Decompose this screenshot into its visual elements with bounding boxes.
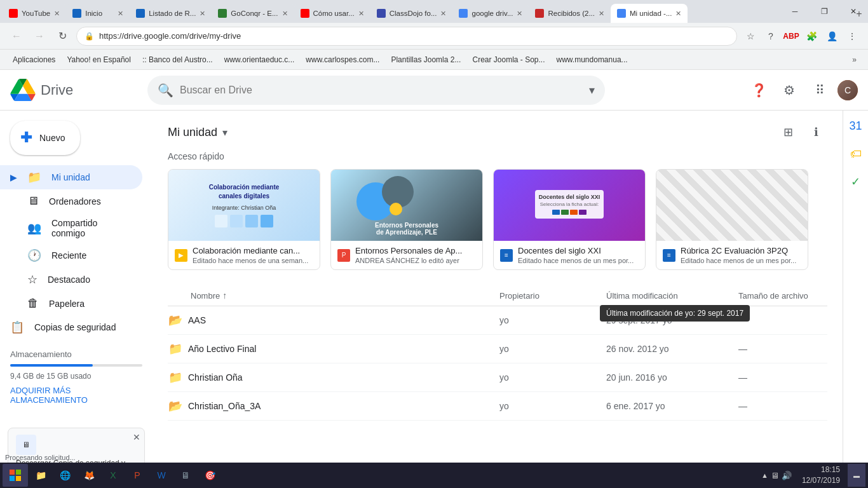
address-bar[interactable]: 🔒 https://drive.google.com/drive/my-driv… [76,27,737,46]
card-name-collab: Colaboración mediante can... [193,246,313,255]
settings-icon-btn[interactable]: ⚙ [776,78,802,103]
storage-text: 9,4 GB de 15 GB usado [10,372,142,381]
taskbar-app-folder2[interactable]: 🖥 [174,464,197,486]
user-avatar[interactable]: C [837,80,858,100]
quick-card-rubrica[interactable]: ≡ Rúbrica 2C Evaluación 3P2Q Editado hac… [656,169,808,270]
file-name-2: Christian Oña [188,372,494,383]
main-title-dropdown[interactable]: ▾ [222,126,227,139]
card-info-docentes: ≡ Docentes del siglo XXI Editado hace me… [494,241,645,269]
info-button[interactable]: ℹ [804,121,827,144]
bookmark-item-0[interactable]: Aplicaciones [8,53,60,66]
menu-icon[interactable]: ⋮ [844,28,860,44]
tab-como[interactable]: Cómo usar... ✕ [294,4,370,23]
file-icon-2: 📁 [168,370,183,385]
bookmark-item-3[interactable]: www.orientaeduc.c... [219,53,300,66]
tab-close-inicio[interactable]: ✕ [118,10,123,18]
sys-arrow-icon[interactable]: ▲ [761,471,768,479]
bookmark-item-2[interactable]: :: Banco del Austro... [137,53,218,66]
new-button[interactable]: ✚ Nuevo [10,121,80,155]
grid-view-button[interactable]: ⊞ [776,121,799,144]
help-icon-btn[interactable]: ❓ [746,78,771,103]
sidebar-item-papelera[interactable]: ▶ 🗑 Papelera [0,292,142,315]
apps-icon-btn[interactable]: ⠿ [807,78,832,103]
extension-icon[interactable]: 🧩 [803,28,820,44]
sidebar-item-destacado[interactable]: ▶ ☆ Destacado [0,268,142,292]
user-icon[interactable]: 👤 [824,28,840,44]
taskbar-app-ppt[interactable]: P [126,464,149,486]
tab-listado[interactable]: Listado de R... ✕ [130,4,212,23]
copias-item[interactable]: 📋 Copias de seguridad [0,315,142,339]
sidebar-item-mi-unidad[interactable]: ▶ 📁 Mi unidad [0,165,142,189]
file-row-0[interactable]: 📂 AAS yo 29 sept. 2017 yo — Última modif… [168,306,827,335]
clock-date: 12/07/2019 [802,475,840,486]
taskbar-app-firefox[interactable]: 🦊 [78,464,100,486]
taskbar-app-ie[interactable]: 🌐 [53,464,76,486]
taskbar-app-word[interactable]: W [150,464,173,486]
new-button-wrap: ✚ Nuevo [0,116,153,165]
file-modified-1: 26 nov. 2012 yo [606,344,733,354]
search-input[interactable] [180,85,583,96]
card-info-ple: P Entornos Personales de Ap... ANDREA SÁ… [331,241,482,269]
taskbar-app-misc[interactable]: 🎯 [198,464,221,486]
volume-icon[interactable]: 🔊 [782,471,792,480]
file-row-2[interactable]: 📁 Christian Oña yo 20 jun. 2016 yo — [168,363,827,392]
keep-icon[interactable]: ✓ [844,170,867,193]
tab-mi-unidad[interactable]: Mi unidad -... ✕ [611,4,688,23]
browser-frame: YouTube ✕ Inicio ✕ Listado de R... ✕ GoC… [0,0,868,488]
search-dropdown-icon[interactable]: ▾ [589,83,595,97]
download-close[interactable]: ✕ [133,432,140,442]
tab-close-classdojo[interactable]: ✕ [440,10,446,18]
tasks-icon[interactable]: 🏷 [844,142,867,165]
bookmark-star[interactable]: ☆ [742,28,759,44]
tab-close-yt[interactable]: ✕ [54,10,60,18]
sidebar-item-reciente[interactable]: ▶ 🕐 Reciente [0,243,142,268]
close-button[interactable]: ✕ [839,0,868,23]
taskbar-clock[interactable]: 18:15 12/07/2019 [797,464,845,486]
bookmark-item-5[interactable]: Plantillas Joomla 2... [386,53,466,66]
tab-google[interactable]: google driv... ✕ [452,4,529,23]
taskbar-app-explorer[interactable]: 📁 [29,464,52,486]
card-text-docentes: Docentes del siglo XXI Editado hace meno… [518,246,639,264]
back-button[interactable]: ← [8,27,25,45]
col-name-header[interactable]: Nombre ↑ [191,290,494,301]
calendar-icon[interactable]: 31 [844,114,867,137]
col-size-header: Tamaño de archivo [738,291,827,301]
sidebar-item-compartido[interactable]: ▶ 👥 Compartido conmigo [0,213,142,243]
bookmark-item-7[interactable]: www.mundomanua... [552,53,633,66]
network-icon[interactable]: 🖥 [771,471,779,480]
bookmark-item-6[interactable]: Crear Joomla - Sop... [467,53,550,66]
help-button[interactable]: ? [763,28,779,44]
forward-button[interactable]: → [31,27,48,45]
tab-inicio[interactable]: Inicio ✕ [66,4,130,23]
adblock-icon[interactable]: ABP [783,28,799,44]
bookmark-item-1[interactable]: Yahoo! en Español [62,53,136,66]
notification-area[interactable]: ▬ [848,464,865,487]
tab-yt[interactable]: YouTube ✕ [3,4,66,23]
tab-recibidos[interactable]: Recibidos (2... ✕ [529,4,611,23]
quick-card-collab[interactable]: Colaboración mediantecanales digitales I… [168,169,320,270]
tab-close-como[interactable]: ✕ [358,10,364,18]
maximize-button[interactable]: ❐ [810,0,839,23]
tab-close-google[interactable]: ✕ [517,10,522,18]
search-box[interactable]: 🔍 ▾ [147,76,605,105]
refresh-button[interactable]: ↻ [53,27,71,45]
storage-buy-link[interactable]: ADQUIRIR MÁS ALMACENAMIENTO [10,386,142,405]
sidebar-item-ordenadores[interactable]: ▶ 🖥 Ordenadores [0,189,142,213]
tab-classdojo[interactable]: ClassDojo fo... ✕ [370,4,453,23]
minimize-button[interactable]: ─ [780,0,810,23]
bookmarks-more[interactable]: » [848,53,860,66]
taskbar-app-excel[interactable]: X [102,464,125,486]
tab-close-goconqr[interactable]: ✕ [282,10,288,18]
file-row-3[interactable]: 📂 Christian_Oña_3A yo 6 ene. 2017 yo — [168,392,827,421]
svg-rect-0 [10,470,15,475]
quick-card-docentes[interactable]: Docentes del siglo XXI Selecciona la fic… [493,169,646,270]
tab-close-listado[interactable]: ✕ [200,10,205,18]
start-button[interactable] [3,464,28,487]
bookmark-item-4[interactable]: www.carlospes.com... [301,53,384,66]
quick-card-ple[interactable]: Entornos Personalesde Aprendizaje, PLE P… [330,169,483,270]
tab-goconqr[interactable]: GoConqr - E... ✕ [212,4,294,23]
tab-close-recibidos[interactable]: ✕ [599,10,604,18]
card-text-collab: Colaboración mediante can... Editado hac… [193,246,313,264]
file-row-1[interactable]: 📁 Año Lectivo Final yo 26 nov. 2012 yo — [168,335,827,363]
tab-close-mi-unidad[interactable]: ✕ [675,10,681,18]
